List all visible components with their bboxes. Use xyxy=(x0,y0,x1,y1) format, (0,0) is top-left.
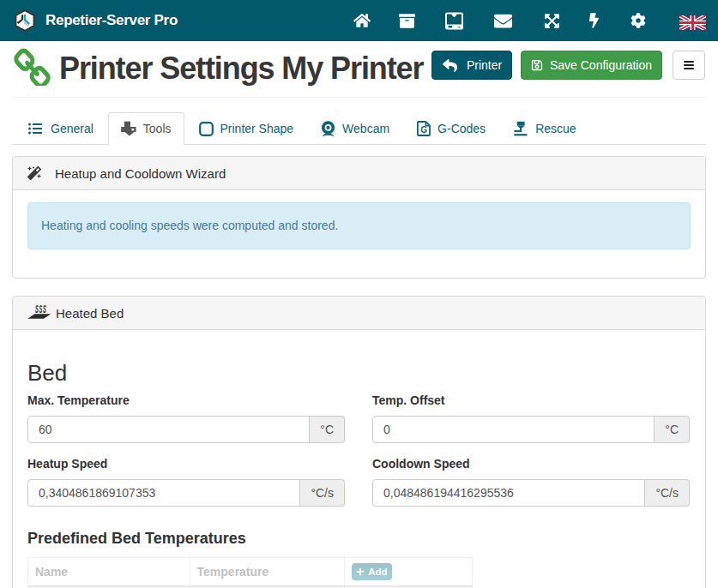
svg-text:G: G xyxy=(420,125,427,135)
svg-text:SSS: SSS xyxy=(35,305,46,315)
